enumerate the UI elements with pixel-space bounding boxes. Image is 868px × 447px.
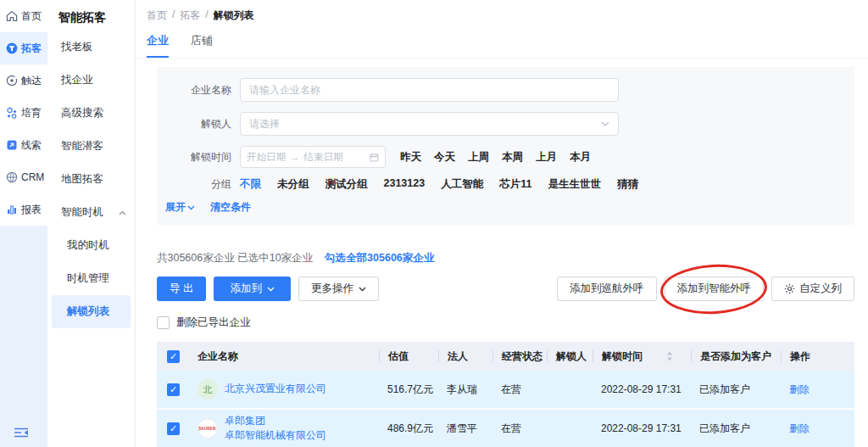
quick-yesterday[interactable]: 昨天: [400, 150, 421, 165]
sort-icon[interactable]: [666, 351, 673, 361]
collapse-sidebar-icon[interactable]: [14, 427, 31, 439]
custom-columns-button[interactable]: 自定义列: [771, 277, 854, 301]
sidebar-item-unlock-list[interactable]: 解锁列表: [52, 295, 131, 328]
col-unlocker: 解锁人: [547, 350, 593, 362]
content-area: 企业名称 解锁人 请选择 解锁时间 开始日期: [136, 67, 868, 447]
reach-icon: [6, 75, 18, 87]
expand-filters-link[interactable]: 展开: [165, 200, 195, 215]
quick-last-week[interactable]: 上周: [468, 150, 489, 165]
more-actions-button[interactable]: 更多操作: [298, 277, 379, 301]
col-company-name: 企业名称: [189, 350, 379, 362]
company-avatar: 北: [198, 379, 218, 400]
breadcrumb-current: 解锁列表: [214, 8, 254, 23]
quick-this-week[interactable]: 本周: [502, 150, 523, 165]
rail-item-crm[interactable]: CRM: [0, 161, 47, 193]
added-as-customer-value: 已添加客户: [691, 422, 781, 436]
table-row: ✓ 北 北京兴茂置业有限公司 516.7亿元 李从瑞 在营 2022-08-29…: [157, 371, 854, 410]
range-arrow: →: [290, 152, 300, 162]
calendar-icon: [370, 153, 379, 162]
entity-tabs: 企业 店铺: [136, 23, 868, 59]
gear-icon: [784, 283, 795, 294]
delete-exported-label: 删除已导出企业: [176, 316, 251, 330]
rail-item-reach[interactable]: 触达: [0, 64, 47, 97]
breadcrumb-separator: /: [172, 8, 175, 23]
sidebar-item-find-boss[interactable]: 找老板: [47, 31, 135, 64]
select-all-checkbox[interactable]: ✓: [167, 350, 180, 363]
report-icon: [6, 204, 18, 215]
home-icon: [6, 10, 18, 22]
rail-item-prospect[interactable]: 拓客: [0, 32, 47, 64]
company-table: ✓ 企业名称 估值 法人 经营状态 解锁人 解锁时间 是否添加为客户 操作: [157, 342, 854, 447]
valuation-value: 486.9亿元: [379, 422, 438, 436]
group-option-all[interactable]: 不限: [240, 177, 261, 192]
main-content: 首页 / 拓客 / 解锁列表 企业 店铺 企业名称 解锁人 请选择: [136, 0, 868, 447]
col-valuation: 估值: [379, 350, 438, 362]
tab-company[interactable]: 企业: [147, 33, 169, 58]
date-range-picker[interactable]: 开始日期 → 结束日期: [240, 146, 386, 168]
sidebar-item-timing-manage[interactable]: 时机管理: [47, 262, 135, 295]
unlocker-select[interactable]: 请选择: [240, 112, 619, 136]
app-window: 首页 拓客 触达 培育 线索: [0, 0, 868, 447]
unlocker-label: 解锁人: [164, 117, 231, 131]
row-checkbox[interactable]: ✓: [167, 383, 180, 396]
company-name-link[interactable]: 北京兴茂置业有限公司: [225, 382, 326, 396]
quick-last-month[interactable]: 上月: [536, 150, 557, 165]
group-option-shengsheng[interactable]: 是生生世世: [548, 177, 601, 192]
legal-person-value: 李从瑞: [438, 383, 492, 397]
group-option-test[interactable]: 测试分组: [326, 177, 368, 192]
table-row: ✓ SAURER. 卓郎集团 卓郎智能机械有限公司 486.9亿元 潘雪平 在营…: [157, 410, 854, 447]
chevron-down-icon: [601, 121, 609, 126]
sidebar-item-smart-timing[interactable]: 智能时机: [47, 196, 135, 229]
rail-item-report[interactable]: 报表: [0, 193, 47, 226]
chevron-up-icon: [119, 210, 126, 215]
group-option-ai[interactable]: 人工智能: [441, 177, 483, 192]
breadcrumb-separator: /: [205, 8, 208, 23]
delete-exported-checkbox[interactable]: [157, 316, 170, 329]
sidebar-item-my-timing[interactable]: 我的时机: [47, 229, 135, 262]
company-name-label: 企业名称: [164, 83, 231, 98]
add-cruise-call-button[interactable]: 添加到巡航外呼: [557, 277, 657, 301]
col-unlock-time: 解锁时间: [593, 350, 691, 362]
company-name-input[interactable]: [240, 78, 619, 102]
crm-icon: [6, 171, 18, 183]
rail-item-nurture[interactable]: 培育: [0, 97, 47, 129]
row-checkbox[interactable]: ✓: [167, 422, 180, 435]
group-option-ungrouped[interactable]: 未分组: [277, 177, 309, 192]
quick-this-month[interactable]: 本月: [570, 150, 591, 165]
tab-shop[interactable]: 店铺: [191, 33, 213, 58]
group-option-chip11[interactable]: 芯片11: [499, 177, 531, 192]
export-button[interactable]: 导 出: [157, 277, 206, 301]
group-option-guess[interactable]: 猜猜: [617, 177, 638, 192]
sidebar-title: 智能拓客: [47, 0, 135, 31]
company-group-link[interactable]: 卓郎集团: [225, 414, 326, 428]
select-all-link[interactable]: 勾选全部305606家企业: [325, 251, 434, 265]
prospect-icon: [6, 42, 18, 54]
col-legal-person: 法人: [438, 350, 492, 362]
sidebar-item-find-company[interactable]: 找企业: [47, 64, 135, 97]
clear-filters-link[interactable]: 清空条件: [210, 200, 251, 215]
primary-nav-rail: 首页 拓客 触达 培育 线索: [0, 0, 47, 447]
status-value: 在营: [492, 383, 547, 397]
sidebar-item-smart-leads[interactable]: 智能潜客: [47, 130, 135, 163]
sidebar-item-map-prospect[interactable]: 地图拓客: [47, 163, 135, 196]
add-to-button[interactable]: 添加到: [214, 277, 291, 301]
rail-item-leads[interactable]: 线索: [0, 129, 47, 161]
col-added-as-customer: 是否添加为客户: [691, 350, 781, 362]
company-logo: SAURER.: [198, 418, 218, 439]
secondary-sidebar: 智能拓客 找老板 找企业 高级搜索 智能潜客 地图拓客 智能时机 我的时机 时机…: [47, 0, 136, 447]
delete-row-link[interactable]: 删除: [789, 422, 810, 434]
nurture-icon: [6, 107, 18, 119]
rail-background: [0, 226, 47, 447]
add-smart-call-button[interactable]: 添加到智能外呼: [665, 277, 765, 301]
breadcrumb-home[interactable]: 首页: [147, 8, 167, 23]
breadcrumb-parent[interactable]: 拓客: [180, 8, 200, 23]
delete-row-link[interactable]: 删除: [789, 383, 810, 395]
group-option-2313123[interactable]: 2313123: [384, 177, 426, 192]
company-name-link[interactable]: 卓郎智能机械有限公司: [225, 428, 326, 443]
quick-today[interactable]: 今天: [434, 150, 455, 165]
rail-item-home[interactable]: 首页: [0, 0, 47, 32]
legal-person-value: 潘雪平: [438, 422, 492, 436]
sidebar-item-advanced-search[interactable]: 高级搜索: [47, 97, 135, 130]
group-options: 不限 未分组 测试分组 2313123 人工智能 芯片11 是生生世世 猜猜: [240, 177, 638, 192]
chevron-down-icon: [359, 287, 366, 292]
